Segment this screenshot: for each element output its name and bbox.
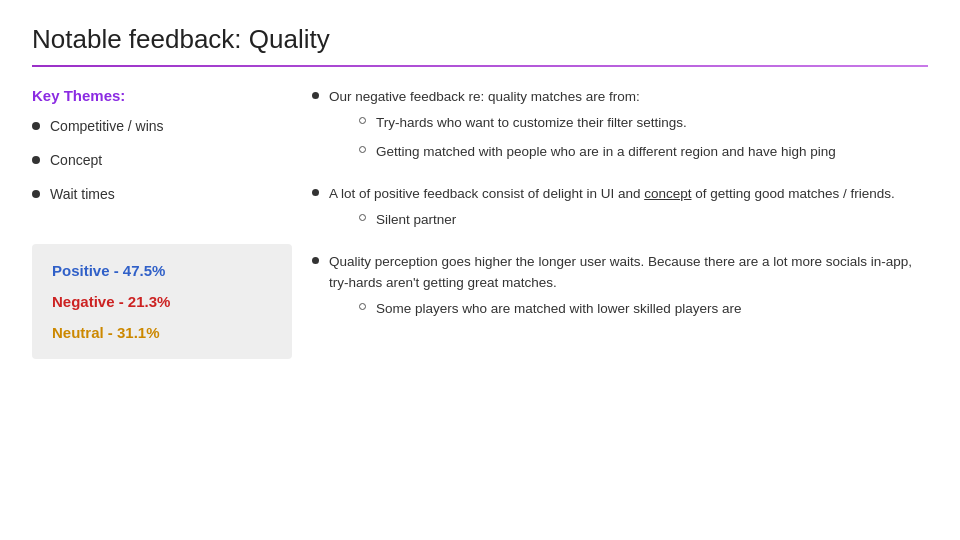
list-item: Wait times xyxy=(32,186,292,202)
bullet-dot-icon xyxy=(312,92,319,99)
main-bullet: A lot of positive feedback consist of de… xyxy=(312,184,928,239)
theme-label: Concept xyxy=(50,152,102,168)
sub-bullet-dot-icon xyxy=(359,146,366,153)
sub-bullet-text: Some players who are matched with lower … xyxy=(376,299,928,319)
sub-bullet: Some players who are matched with lower … xyxy=(359,299,928,319)
sub-bullet: Getting matched with people who are in a… xyxy=(359,142,928,162)
sub-bullet-text: Silent partner xyxy=(376,210,928,230)
sub-bullet-dot-icon xyxy=(359,214,366,221)
theme-label: Wait times xyxy=(50,186,115,202)
main-bullet: Quality perception goes higher the longe… xyxy=(312,252,928,327)
sub-bullets: Some players who are matched with lower … xyxy=(359,299,928,319)
page-title: Notable feedback: Quality xyxy=(32,24,928,55)
list-item: Concept xyxy=(32,152,292,168)
sub-bullets: Silent partner xyxy=(359,210,928,230)
bullet-dot-icon xyxy=(32,190,40,198)
bullet-dot-icon xyxy=(312,189,319,196)
bullet-text: Quality perception goes higher the longe… xyxy=(329,254,912,289)
sub-bullet-dot-icon xyxy=(359,303,366,310)
main-bullet: Our negative feedback re: quality matche… xyxy=(312,87,928,170)
theme-label: Competitive / wins xyxy=(50,118,164,134)
right-panel: Our negative feedback re: quality matche… xyxy=(312,87,928,516)
bullet-dot-icon xyxy=(312,257,319,264)
sub-bullet-text: Try-hards who want to customize their fi… xyxy=(376,113,928,133)
bullet-dot-icon xyxy=(32,122,40,130)
bullet-text: A lot of positive feedback consist of de… xyxy=(329,186,895,201)
sub-bullet: Silent partner xyxy=(359,210,928,230)
stat-neutral: Neutral - 31.1% xyxy=(52,324,272,341)
sub-bullets: Try-hards who want to customize their fi… xyxy=(359,113,928,162)
sub-bullet: Try-hards who want to customize their fi… xyxy=(359,113,928,133)
sub-bullet-text: Getting matched with people who are in a… xyxy=(376,142,928,162)
theme-list: Competitive / wins Concept Wait times xyxy=(32,118,292,220)
list-item: Competitive / wins xyxy=(32,118,292,134)
sub-bullet-dot-icon xyxy=(359,117,366,124)
key-themes-label: Key Themes: xyxy=(32,87,292,104)
page-container: Notable feedback: Quality Key Themes: Co… xyxy=(0,0,960,540)
stat-positive: Positive - 47.5% xyxy=(52,262,272,279)
bullet-text: Our negative feedback re: quality matche… xyxy=(329,89,640,104)
stat-negative: Negative - 21.3% xyxy=(52,293,272,310)
stats-box: Positive - 47.5% Negative - 21.3% Neutra… xyxy=(32,244,292,359)
left-panel: Key Themes: Competitive / wins Concept W… xyxy=(32,87,292,516)
bullet-dot-icon xyxy=(32,156,40,164)
title-divider xyxy=(32,65,928,67)
content-area: Key Themes: Competitive / wins Concept W… xyxy=(32,87,928,516)
